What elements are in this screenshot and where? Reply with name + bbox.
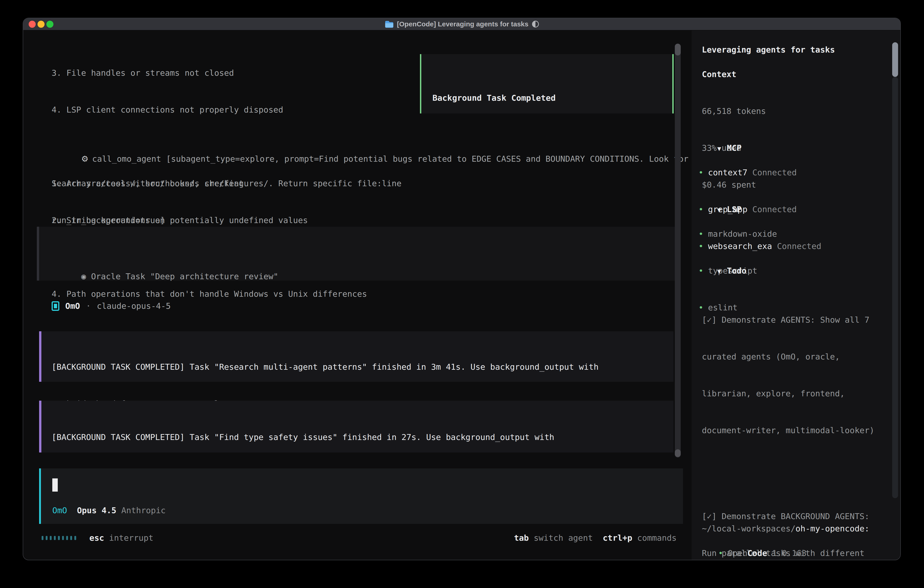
sidebar-scrollbar-track[interactable] — [892, 77, 898, 498]
main-scrollbar-track[interactable] — [675, 44, 681, 458]
git-branch: master — [702, 559, 870, 560]
terminal-line: 4. LSP client connections not properly d… — [52, 104, 401, 116]
tab-key-hint: tab — [514, 532, 529, 544]
ctrlp-key-label: commands — [632, 532, 676, 544]
terminal-line: 3. File handles or streams not closed — [52, 67, 401, 79]
lsp-section-heading: ▼LSP — [698, 191, 742, 203]
tool-call-head: call_omo_agent [subagent_type=explore, p… — [92, 154, 688, 164]
input-agent-name: OmO — [52, 504, 67, 517]
input-provider-name: Anthropic — [121, 504, 165, 517]
mcp-item: •context7 Connected — [698, 167, 822, 179]
esc-key-hint: esc — [89, 532, 104, 544]
background-task-message: [BACKGROUND TASK COMPLETED] Task "Resear… — [39, 331, 673, 382]
session-title: Leveraging agents for tasks — [702, 44, 835, 56]
separator-dot: · — [86, 300, 91, 312]
main-scrollbar-thumb-bottom[interactable] — [675, 449, 681, 457]
background-task-message: [BACKGROUND TASK COMPLETED] Task "Find t… — [39, 401, 673, 453]
agent-header: OmO · claude-opus-4-5 — [52, 299, 171, 313]
zoom-button[interactable] — [46, 21, 53, 28]
record-circle-icon: ◉ — [81, 272, 86, 281]
toast-title: Background Task Completed — [432, 92, 672, 104]
half-circle-icon — [532, 21, 539, 28]
esc-key-label: interrupt — [104, 532, 153, 544]
toast-notification: Background Task Completed Task "Find typ… — [420, 54, 674, 114]
app-window: [OpenCode] Leveraging agents for tasks 3… — [23, 18, 901, 560]
bullet-icon: • — [698, 167, 708, 179]
context-tokens: 66,518 tokens — [702, 105, 766, 117]
agent-name: OmO — [65, 300, 80, 312]
agent-square-icon — [52, 301, 59, 311]
tool-call-item: 2. String operations on potentially unde… — [52, 214, 688, 226]
ctrlp-key-hint: ctrl+p — [603, 532, 632, 544]
lsp-item: •markdown-oxide — [698, 228, 777, 240]
text-cursor — [52, 478, 58, 492]
bullet-icon: • — [718, 547, 728, 559]
agent-model: claude-opus-4-5 — [97, 300, 171, 312]
status-bar: esc interrupt tab switch agent ctrl+p co… — [41, 531, 676, 545]
version-line: •OpenCode 1.0.163 — [698, 535, 807, 547]
oracle-task-title: Oracle Task "Deep architecture review" — [91, 272, 278, 281]
window-title: [OpenCode] Leveraging agents for tasks — [397, 20, 528, 28]
gear-icon: ⚙ — [81, 154, 88, 164]
mcp-section-heading: ▼MCP — [698, 130, 742, 142]
context-heading: Context — [702, 68, 736, 81]
todo-section-heading: ▼Todo — [698, 253, 746, 265]
folder-icon — [385, 20, 393, 28]
spinner-dots — [41, 536, 76, 540]
titlebar[interactable]: [OpenCode] Leveraging agents for tasks — [23, 18, 900, 30]
sidebar-scrollbar-thumb[interactable] — [892, 42, 898, 77]
close-button[interactable] — [29, 21, 36, 28]
tab-key-label: switch agent — [529, 532, 593, 544]
tool-call-item: 1. Array access without bounds checking — [52, 177, 688, 190]
bullet-icon: • — [698, 228, 708, 240]
task-line: [BACKGROUND TASK COMPLETED] Task "Resear… — [52, 361, 673, 373]
task-line: [BACKGROUND TASK COMPLETED] Task "Find t… — [52, 431, 673, 443]
todo-item-done: [✓] Demonstrate AGENTS: Show all 7 curat… — [702, 289, 884, 461]
window-controls — [29, 18, 53, 30]
main-scrollbar-thumb-top[interactable] — [675, 44, 681, 56]
prompt-input[interactable]: OmO Opus 4.5 Anthropic — [39, 468, 683, 524]
input-model-name: Opus 4.5 — [77, 504, 116, 517]
minimize-button[interactable] — [38, 21, 45, 28]
oracle-task-panel: ◉ Oracle Task "Deep architecture review"… — [37, 227, 675, 281]
